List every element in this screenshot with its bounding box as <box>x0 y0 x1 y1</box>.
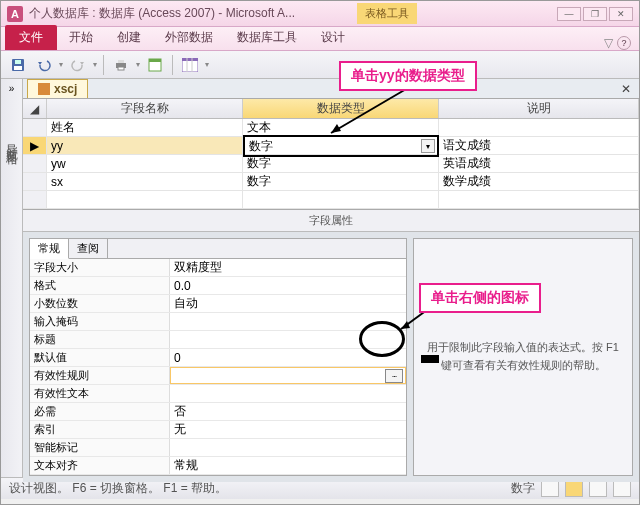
row-selector[interactable] <box>23 155 47 172</box>
minimize-button[interactable]: — <box>557 7 581 21</box>
svg-rect-9 <box>182 58 198 61</box>
prop-value[interactable]: 否 <box>170 403 406 420</box>
prop-label: 标题 <box>30 331 170 348</box>
prop-row[interactable]: 有效性规则··· <box>30 367 406 385</box>
prop-label: 有效性规则 <box>30 367 170 384</box>
nav-pane-label: 导航窗格 <box>3 134 20 146</box>
maximize-button[interactable]: ❐ <box>583 7 607 21</box>
status-mode: 数字 <box>511 480 535 497</box>
object-tab-label: xscj <box>54 82 77 96</box>
ribbon-tab-home[interactable]: 开始 <box>57 25 105 50</box>
prop-row[interactable]: 字段大小双精度型 <box>30 259 406 277</box>
grid-row[interactable]: yw数字英语成绩 <box>23 155 639 173</box>
prop-label: 必需 <box>30 403 170 420</box>
col-header-desc[interactable]: 说明 <box>439 99 639 118</box>
prop-value[interactable]: 自动 <box>170 295 406 312</box>
grid-row[interactable]: ▶yy数字▾语文成绩 <box>23 137 639 155</box>
prop-value[interactable] <box>170 313 406 330</box>
view-pivotchart-icon[interactable] <box>613 481 631 497</box>
prop-row[interactable]: 有效性文本 <box>30 385 406 403</box>
property-sheet: 常规 查阅 字段大小双精度型格式0.0小数位数自动输入掩码标题默认值0有效性规则… <box>29 238 407 476</box>
field-props-label: 字段属性 <box>23 210 639 232</box>
prop-label: 索引 <box>30 421 170 438</box>
prop-value[interactable]: ··· <box>170 367 406 384</box>
prop-value[interactable]: 0 <box>170 349 406 366</box>
builder-button[interactable]: ··· <box>385 369 403 383</box>
prop-row[interactable]: 格式0.0 <box>30 277 406 295</box>
cell-datatype[interactable]: 数字▾ <box>243 135 439 157</box>
prop-value[interactable]: 双精度型 <box>170 259 406 276</box>
context-tab-label: 表格工具 <box>357 3 417 24</box>
nav-pane-collapsed[interactable]: » 导航窗格 <box>1 79 23 477</box>
cell-desc[interactable]: 英语成绩 <box>439 155 639 172</box>
callout-datatype: 单击yy的数据类型 <box>339 61 477 91</box>
cell-fieldname[interactable]: yy <box>47 137 243 154</box>
prop-value[interactable]: 常规 <box>170 457 406 474</box>
marker-rect <box>421 355 439 363</box>
prop-row[interactable]: 索引无 <box>30 421 406 439</box>
cell-fieldname[interactable]: 姓名 <box>47 119 243 136</box>
ribbon-tab-design[interactable]: 设计 <box>309 25 357 50</box>
prop-row[interactable]: 标题 <box>30 331 406 349</box>
svg-rect-4 <box>118 60 124 63</box>
ribbon-tab-external[interactable]: 外部数据 <box>153 25 225 50</box>
col-header-fieldname[interactable]: 字段名称 <box>47 99 243 118</box>
cell-desc[interactable]: 语文成绩 <box>439 137 639 154</box>
property-help: 用于限制此字段输入值的表达式。按 F1 键可查看有关有效性规则的帮助。 <box>413 238 633 476</box>
cell-datatype[interactable]: 数字 <box>243 173 439 190</box>
nav-expand-icon[interactable]: » <box>9 83 15 94</box>
prop-value[interactable]: 0.0 <box>170 277 406 294</box>
ribbon-min-icon[interactable]: ▽ <box>604 36 613 50</box>
cell-datatype[interactable]: 数字 <box>243 155 439 172</box>
prop-label: 格式 <box>30 277 170 294</box>
svg-rect-1 <box>14 66 22 70</box>
prop-value[interactable]: 无 <box>170 421 406 438</box>
object-close-icon[interactable]: ✕ <box>613 82 639 96</box>
prop-tab-general[interactable]: 常规 <box>30 239 69 259</box>
grid-row[interactable]: sx数字数学成绩 <box>23 173 639 191</box>
prop-row[interactable]: 小数位数自动 <box>30 295 406 313</box>
cell-datatype[interactable]: 文本 <box>243 119 439 136</box>
view-design-icon[interactable] <box>541 481 559 497</box>
prop-row[interactable]: 默认值0 <box>30 349 406 367</box>
ribbon-tab-create[interactable]: 创建 <box>105 25 153 50</box>
window-title: 个人数据库 : 数据库 (Access 2007) - Microsoft A.… <box>29 5 357 22</box>
table-icon <box>38 83 50 95</box>
titlebar: A 个人数据库 : 数据库 (Access 2007) - Microsoft … <box>1 1 639 27</box>
prop-value[interactable] <box>170 331 406 348</box>
help-icon[interactable]: ? <box>617 36 631 50</box>
prop-row[interactable]: 输入掩码 <box>30 313 406 331</box>
prop-value[interactable] <box>170 385 406 402</box>
row-selector-header[interactable]: ◢ <box>23 99 47 118</box>
object-tab[interactable]: xscj <box>27 79 88 98</box>
row-selector[interactable] <box>23 119 47 136</box>
row-selector[interactable] <box>23 173 47 190</box>
undo-icon[interactable] <box>33 54 55 76</box>
file-tab[interactable]: 文件 <box>5 25 57 50</box>
prop-row[interactable]: 文本对齐常规 <box>30 457 406 475</box>
quick-access-toolbar: ▾ ▾ ▾ ▾ <box>1 51 639 79</box>
cell-fieldname[interactable]: yw <box>47 155 243 172</box>
object-tab-bar: xscj ✕ <box>23 79 639 99</box>
datatype-dropdown-icon[interactable]: ▾ <box>421 139 435 153</box>
prop-label: 有效性文本 <box>30 385 170 402</box>
form-icon[interactable] <box>144 54 166 76</box>
redo-icon[interactable] <box>67 54 89 76</box>
datasheet-icon[interactable] <box>179 54 201 76</box>
view-pivot-icon[interactable] <box>589 481 607 497</box>
cell-desc[interactable] <box>439 119 639 136</box>
prop-row[interactable]: 必需否 <box>30 403 406 421</box>
prop-tab-lookup[interactable]: 查阅 <box>69 239 108 258</box>
view-datasheet-icon[interactable] <box>565 481 583 497</box>
print-icon[interactable] <box>110 54 132 76</box>
prop-value[interactable] <box>170 439 406 456</box>
prop-row[interactable]: 智能标记 <box>30 439 406 457</box>
cell-desc[interactable]: 数学成绩 <box>439 173 639 190</box>
cell-fieldname[interactable]: sx <box>47 173 243 190</box>
save-icon[interactable] <box>7 54 29 76</box>
ribbon-tab-dbtools[interactable]: 数据库工具 <box>225 25 309 50</box>
close-button[interactable]: ✕ <box>609 7 633 21</box>
col-header-datatype[interactable]: 数据类型 <box>243 99 439 118</box>
row-selector[interactable]: ▶ <box>23 137 47 154</box>
prop-label: 智能标记 <box>30 439 170 456</box>
